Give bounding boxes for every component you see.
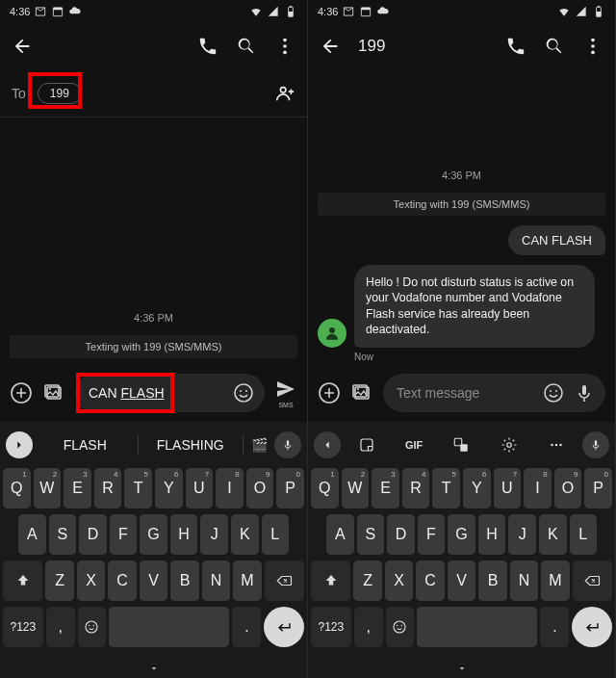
key-S[interactable]: S — [357, 514, 385, 555]
key-M[interactable]: M — [233, 561, 261, 601]
outgoing-message[interactable]: CAN FLASH — [508, 225, 605, 255]
send-button[interactable]: SMS — [274, 378, 297, 408]
key-Q[interactable]: Q1 — [3, 468, 31, 508]
add-icon[interactable] — [10, 381, 33, 404]
gif-icon[interactable]: GIF — [400, 431, 427, 458]
back-icon[interactable] — [320, 36, 341, 57]
key-R[interactable]: R4 — [402, 468, 430, 508]
key-C[interactable]: C — [108, 561, 136, 601]
key-S[interactable]: S — [49, 514, 77, 555]
key-Y[interactable]: Y6 — [155, 468, 183, 508]
kb-gif-icon[interactable]: 🎬 — [245, 431, 272, 458]
key-E[interactable]: E3 — [372, 468, 399, 508]
search-icon[interactable] — [236, 36, 257, 57]
backspace-key[interactable] — [573, 561, 612, 601]
translate-icon[interactable] — [448, 431, 475, 458]
recipient-chip[interactable]: 199 — [38, 83, 82, 104]
enter-key[interactable] — [572, 607, 612, 647]
key-B[interactable]: B — [170, 561, 198, 601]
chevron-right-icon[interactable] — [6, 431, 33, 458]
key-Y[interactable]: Y6 — [463, 468, 491, 508]
key-H[interactable]: H — [478, 514, 506, 555]
key-C[interactable]: C — [416, 561, 444, 601]
message-input[interactable]: Text message — [383, 374, 605, 412]
emoji-icon[interactable] — [232, 381, 255, 404]
key-W[interactable]: W2 — [342, 468, 370, 508]
space-key[interactable] — [417, 607, 537, 647]
key-D[interactable]: D — [79, 514, 107, 555]
key-Z[interactable]: Z — [45, 561, 73, 601]
key-F[interactable]: F — [418, 514, 446, 555]
incoming-message[interactable]: Hello ! Do not disturb status is active … — [354, 265, 595, 348]
key-X[interactable]: X — [385, 561, 413, 601]
key-Z[interactable]: Z — [353, 561, 381, 601]
key-H[interactable]: H — [170, 514, 198, 555]
key-F[interactable]: F — [110, 514, 138, 555]
key-I[interactable]: I8 — [524, 468, 552, 508]
key-P[interactable]: P0 — [276, 468, 304, 508]
backspace-key[interactable] — [265, 561, 304, 601]
shift-key[interactable] — [3, 561, 42, 601]
comma-key[interactable]: , — [354, 607, 383, 647]
sticker-icon[interactable] — [353, 431, 380, 458]
key-J[interactable]: J — [508, 514, 536, 555]
shift-key[interactable] — [311, 561, 350, 601]
more-icon[interactable] — [582, 36, 603, 57]
chevron-left-icon[interactable] — [314, 431, 341, 458]
key-L[interactable]: L — [570, 514, 598, 555]
add-icon[interactable] — [318, 381, 341, 404]
call-icon[interactable] — [197, 36, 218, 57]
numkey[interactable]: ?123 — [311, 607, 351, 647]
key-W[interactable]: W2 — [34, 468, 62, 508]
key-O[interactable]: O9 — [554, 468, 582, 508]
key-J[interactable]: J — [200, 514, 228, 555]
key-K[interactable]: K — [231, 514, 259, 555]
key-G[interactable]: G — [140, 514, 167, 555]
key-K[interactable]: K — [539, 514, 567, 555]
suggestion[interactable]: FLASH — [35, 437, 136, 453]
gallery-icon[interactable] — [42, 381, 65, 404]
key-E[interactable]: E3 — [64, 468, 91, 508]
key-A[interactable]: A — [18, 514, 46, 555]
space-key[interactable] — [109, 607, 229, 647]
emoji-icon[interactable] — [542, 381, 565, 404]
key-G[interactable]: G — [448, 514, 475, 555]
key-I[interactable]: I8 — [216, 468, 244, 508]
key-A[interactable]: A — [326, 514, 354, 555]
numkey[interactable]: ?123 — [3, 607, 43, 647]
add-person-icon[interactable] — [274, 83, 295, 104]
key-V[interactable]: V — [140, 561, 167, 601]
key-T[interactable]: T5 — [124, 468, 152, 508]
nav-bar[interactable] — [0, 659, 307, 678]
enter-key[interactable] — [264, 607, 304, 647]
emoji-key[interactable] — [78, 607, 107, 647]
key-R[interactable]: R4 — [94, 468, 122, 508]
mic-icon[interactable] — [582, 431, 609, 458]
key-B[interactable]: B — [478, 561, 506, 601]
avatar[interactable] — [318, 319, 346, 348]
key-U[interactable]: U7 — [186, 468, 214, 508]
gear-icon[interactable] — [496, 431, 523, 458]
back-icon[interactable] — [12, 36, 33, 57]
period-key[interactable]: . — [540, 607, 569, 647]
conversation-title[interactable]: 199 — [358, 37, 385, 56]
call-icon[interactable] — [505, 36, 526, 57]
key-O[interactable]: O9 — [246, 468, 274, 508]
key-L[interactable]: L — [262, 514, 290, 555]
nav-bar[interactable] — [308, 659, 615, 678]
gallery-icon[interactable] — [350, 381, 373, 404]
period-key[interactable]: . — [232, 607, 261, 647]
suggestion[interactable]: FLASHING — [141, 437, 242, 453]
key-T[interactable]: T5 — [432, 468, 460, 508]
key-N[interactable]: N — [202, 561, 230, 601]
key-M[interactable]: M — [541, 561, 569, 601]
comma-key[interactable]: , — [46, 607, 75, 647]
mic-icon[interactable] — [573, 381, 596, 404]
key-X[interactable]: X — [77, 561, 105, 601]
emoji-key[interactable] — [386, 607, 415, 647]
mic-icon[interactable] — [274, 431, 301, 458]
key-D[interactable]: D — [387, 514, 415, 555]
search-icon[interactable] — [544, 36, 565, 57]
more-tools-icon[interactable] — [543, 431, 570, 458]
key-N[interactable]: N — [510, 561, 538, 601]
